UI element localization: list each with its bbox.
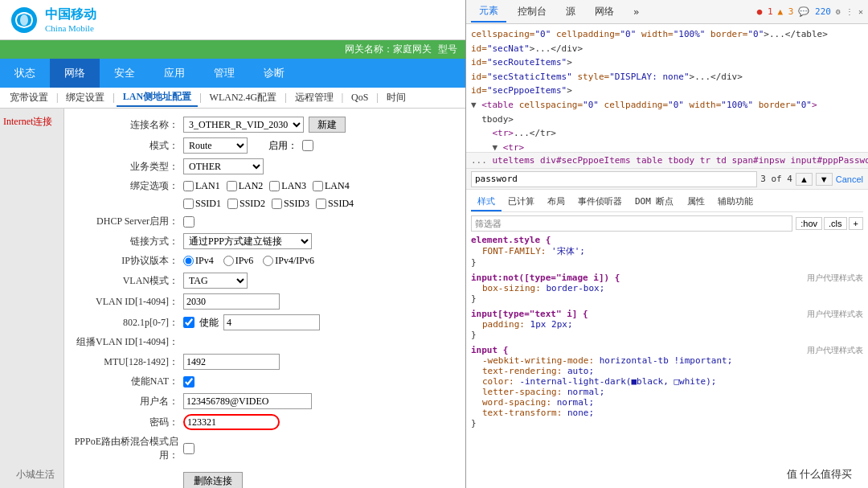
css-prop-text-rendering[interactable]: text-rendering: xyxy=(482,366,562,376)
tab-layout[interactable]: 布局 xyxy=(541,193,571,211)
bc-tbody[interactable]: tbody xyxy=(668,155,694,166)
row-pppoe-bridge: PPPoE路由桥混合模式启用： xyxy=(74,435,456,462)
bc-uteltems[interactable]: uteltems xyxy=(493,155,535,166)
hov-filter-button[interactable]: :hov xyxy=(796,217,822,230)
bc-tr[interactable]: tr xyxy=(700,155,710,166)
subnav-bind[interactable]: 绑定设置 xyxy=(59,89,111,106)
input-password[interactable] xyxy=(183,414,280,430)
bind-lan1: LAN1 xyxy=(183,180,220,192)
nav-status[interactable]: 状态 xyxy=(0,59,50,88)
bc-table[interactable]: table xyxy=(636,155,662,166)
css-prop-word-spacing[interactable]: word-spacing: xyxy=(482,397,551,408)
nav-app[interactable]: 应用 xyxy=(149,59,199,88)
bc-input[interactable]: input#pppPassword xyxy=(790,155,868,166)
subnav-time[interactable]: 时间 xyxy=(380,89,412,106)
css-val-word-spacing: normal; xyxy=(557,397,594,408)
router-header: 中国移动 China Mobile xyxy=(0,0,465,40)
css-prop-padding[interactable]: padding: xyxy=(482,319,525,330)
subnav-remote[interactable]: 远程管理 xyxy=(289,89,340,106)
select-connection-name[interactable]: 3_OTHER_R_VID_2030 xyxy=(183,117,304,133)
label-bind: 绑定选项： xyxy=(74,179,178,193)
checkbox-pppoe-bridge[interactable] xyxy=(183,443,194,454)
select-mode[interactable]: Route xyxy=(183,137,248,154)
search-next-button[interactable]: ▼ xyxy=(816,173,833,186)
bc-td[interactable]: td xyxy=(716,155,727,166)
select-vlan-mode[interactable]: TAG xyxy=(183,273,248,289)
search-cancel-button[interactable]: Cancel xyxy=(836,174,863,184)
settings-icon[interactable]: ⚙ xyxy=(836,7,841,16)
tab-dom-breakpoints[interactable]: DOM 断点 xyxy=(628,193,681,211)
devtools-tab-source[interactable]: 源 xyxy=(558,2,583,22)
tab-accessibility[interactable]: 辅助功能 xyxy=(711,193,760,211)
logo-en: China Mobile xyxy=(45,23,96,33)
checkbox-enable[interactable] xyxy=(302,140,313,151)
devtools-header: 元素 控制台 源 网络 » ● 1 ▲ 3 💬 220 ⚙ ⋮ ✕ xyxy=(466,0,868,24)
checkbox-nat[interactable] xyxy=(183,376,194,388)
row-link: 链接方式： 通过PPP方式建立链接 xyxy=(74,233,456,249)
html-line-7: tbody> xyxy=(471,113,863,127)
html-line-8: <tr>...</tr> xyxy=(471,126,863,141)
badge-blue: 💬 220 xyxy=(798,6,831,17)
select-link[interactable]: 通过PPP方式建立链接 xyxy=(183,233,312,249)
checkbox-dot1p[interactable] xyxy=(183,317,194,328)
new-connection-button[interactable]: 新建 xyxy=(309,117,346,133)
cls-filter-button[interactable]: .cls xyxy=(824,217,847,230)
model-label: 型号 xyxy=(438,43,457,56)
row-ip-version: IP协议版本： IPv4 IPv6 IPv4/IPv6 xyxy=(74,254,456,268)
input-mtu[interactable] xyxy=(183,354,280,370)
subnav-lan[interactable]: LAN侧地址配置 xyxy=(117,88,198,107)
more-options-icon[interactable]: ⋮ xyxy=(845,7,854,16)
delete-connection-button[interactable]: 删除连接 xyxy=(183,472,243,488)
css-prop-text-transform[interactable]: text-transform: xyxy=(482,408,562,418)
tab-styles[interactable]: 样式 xyxy=(471,193,502,211)
search-input[interactable] xyxy=(471,171,757,187)
add-style-button[interactable]: + xyxy=(849,217,863,230)
css-prop-font-family[interactable]: FONT-FAMILY: xyxy=(482,246,546,256)
subnav-broadband[interactable]: 宽带设置 xyxy=(3,89,55,106)
nav-diagnose[interactable]: 诊断 xyxy=(249,59,299,88)
main-nav: 状态 网络 安全 应用 管理 诊断 xyxy=(0,59,465,88)
subnav-qos[interactable]: QoS xyxy=(345,90,375,105)
bc-span[interactable]: span#inpsw xyxy=(732,155,785,166)
logo-text: 中国移动 China Mobile xyxy=(45,6,96,33)
input-username[interactable] xyxy=(183,393,312,409)
select-service[interactable]: OTHER xyxy=(183,158,264,174)
bc-secpppoe[interactable]: div#secPppoeItems xyxy=(540,155,631,166)
css-prop-letter-spacing[interactable]: letter-spacing: xyxy=(482,387,562,397)
label-connection-name: 连接名称： xyxy=(74,118,178,132)
dot1p-enable-label: 使能 xyxy=(199,316,219,330)
bind-lan3: LAN3 xyxy=(269,180,306,192)
css-val-padding: 1px 2px; xyxy=(530,319,573,330)
devtools-tab-elements[interactable]: 元素 xyxy=(471,1,506,23)
css-prop-box-sizing[interactable]: box-sizing: xyxy=(482,283,541,293)
checkbox-dhcp[interactable] xyxy=(183,216,194,228)
devtools-tab-more[interactable]: » xyxy=(625,3,647,21)
devtools-tab-console[interactable]: 控制台 xyxy=(510,2,555,22)
close-devtools-icon[interactable]: ✕ xyxy=(858,7,863,16)
nav-network[interactable]: 网络 xyxy=(50,59,100,88)
tab-event-listeners[interactable]: 事件侦听器 xyxy=(571,193,628,211)
css-prop-writing-mode[interactable]: -webkit-writing-mode: xyxy=(482,355,594,366)
svg-point-1 xyxy=(20,14,28,26)
nav-manage[interactable]: 管理 xyxy=(199,59,249,88)
label-group-vlan: 组播VLAN ID[1-4094]： xyxy=(74,335,178,349)
label-mtu: MTU[128-1492]： xyxy=(74,355,178,369)
subnav-wlan[interactable]: WLAN2.4G配置 xyxy=(203,89,284,106)
html-line-2: id="secNat">...</div> xyxy=(471,42,863,56)
filter-input[interactable] xyxy=(471,215,792,232)
css-source-3: 用户代理样式表 xyxy=(807,309,863,320)
css-prop-color[interactable]: color: xyxy=(482,376,514,387)
search-prev-button[interactable]: ▲ xyxy=(796,173,813,186)
css-rule-input: input { 用户代理样式表 -webkit-writing-mode: ho… xyxy=(471,345,863,429)
label-mode: 模式： xyxy=(74,139,178,153)
tab-properties[interactable]: 属性 xyxy=(681,193,711,211)
label-vlan-mode: VLAN模式： xyxy=(74,274,178,288)
form-area: 连接名称： 3_OTHER_R_VID_2030 新建 模式： Route 启用… xyxy=(64,109,465,488)
input-vlan-id[interactable] xyxy=(183,293,280,310)
input-dot1p-value[interactable] xyxy=(223,314,320,330)
devtools-tab-network[interactable]: 网络 xyxy=(587,2,622,22)
label-service: 业务类型： xyxy=(74,160,178,174)
label-nat: 使能NAT： xyxy=(74,375,178,388)
nav-security[interactable]: 安全 xyxy=(100,59,149,88)
tab-computed[interactable]: 已计算 xyxy=(502,193,541,211)
